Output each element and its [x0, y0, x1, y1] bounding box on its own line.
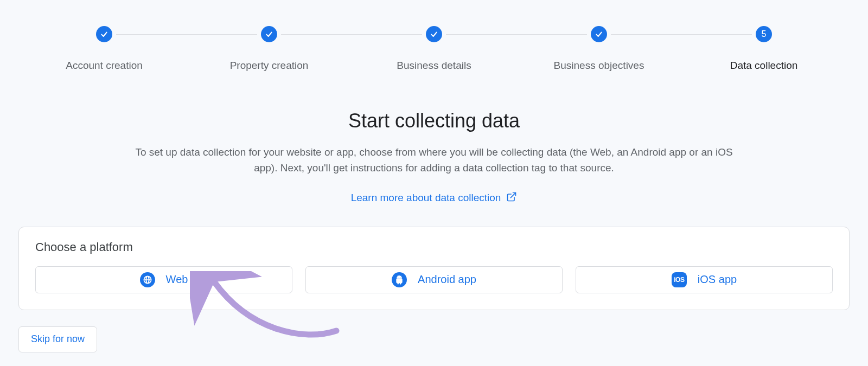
platform-label: Android app	[418, 273, 476, 286]
platform-label: iOS app	[698, 273, 737, 286]
step-data-collection: 5 Data collection	[681, 26, 846, 72]
platform-ios-button[interactable]: iOS iOS app	[576, 266, 833, 293]
platform-android-button[interactable]: Android app	[305, 266, 563, 293]
step-business-objectives: Business objectives	[516, 26, 681, 72]
check-icon	[591, 26, 607, 42]
step-label: Property creation	[230, 60, 309, 72]
check-icon	[96, 26, 112, 42]
step-account-creation: Account creation	[22, 26, 187, 72]
android-icon	[392, 272, 407, 287]
skip-for-now-button[interactable]: Skip for now	[18, 326, 97, 352]
step-label: Business objectives	[554, 60, 644, 72]
step-label: Business details	[397, 60, 471, 72]
check-icon	[261, 26, 277, 42]
step-label: Data collection	[730, 60, 798, 72]
page-description: To set up data collection for your websi…	[130, 144, 738, 176]
check-icon	[426, 26, 442, 42]
svg-line-0	[511, 192, 516, 197]
platform-row: Web Android app iOS iOS app	[35, 266, 833, 293]
external-link-icon	[506, 191, 517, 205]
learn-more-label: Learn more about data collection	[351, 192, 501, 204]
step-business-details: Business details	[352, 26, 516, 72]
platform-web-button[interactable]: Web	[35, 266, 292, 293]
platform-label: Web	[166, 273, 188, 286]
card-title: Choose a platform	[35, 240, 833, 254]
page-title: Start collecting data	[65, 110, 803, 132]
ios-icon: iOS	[672, 272, 687, 287]
step-label: Account creation	[66, 60, 143, 72]
globe-icon	[140, 272, 155, 287]
hero-section: Start collecting data To set up data col…	[0, 110, 868, 205]
choose-platform-card: Choose a platform Web Android app iOS iO…	[18, 227, 850, 310]
learn-more-link[interactable]: Learn more about data collection	[351, 191, 518, 205]
step-number-icon: 5	[756, 26, 772, 42]
setup-stepper: Account creation Property creation Busin…	[0, 0, 868, 72]
step-property-creation: Property creation	[187, 26, 352, 72]
